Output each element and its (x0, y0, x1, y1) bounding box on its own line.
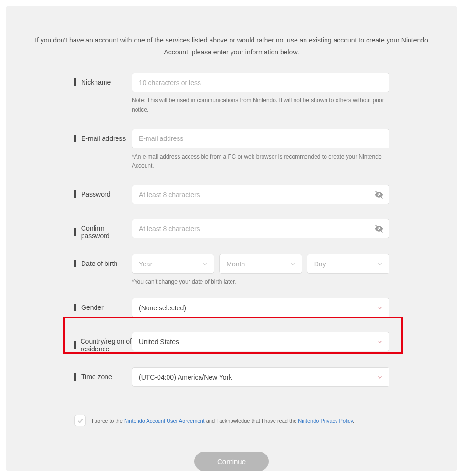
chevron-down-icon (289, 261, 296, 267)
field-marker (74, 304, 76, 311)
field-marker (74, 260, 76, 267)
nickname-row: Nickname Note: This will be used in comm… (6, 73, 457, 114)
password-label: Password (81, 190, 110, 198)
email-row: E-mail address *An e-mail address access… (6, 129, 457, 170)
confirm-password-label: Confirm password (81, 224, 132, 240)
dob-label: Date of birth (81, 260, 117, 267)
nickname-input[interactable] (132, 73, 389, 92)
chevron-down-icon (201, 261, 208, 267)
gender-label: Gender (81, 304, 104, 311)
eye-off-icon[interactable] (374, 190, 384, 200)
gender-select[interactable]: (None selected) (132, 298, 389, 317)
gender-row: Gender (None selected) (6, 298, 457, 317)
dob-note: *You can't change your date of birth lat… (132, 277, 389, 286)
country-select[interactable]: United States (132, 332, 389, 351)
timezone-select[interactable]: (UTC-04:00) America/New York (132, 367, 389, 387)
chevron-down-icon (377, 305, 383, 311)
nickname-label: Nickname (81, 78, 111, 86)
email-input[interactable] (132, 129, 389, 148)
dob-day-select[interactable]: Day (307, 254, 389, 274)
nickname-note: Note: This will be used in communication… (132, 96, 389, 114)
confirm-password-input[interactable] (132, 219, 389, 238)
agree-checkbox[interactable] (74, 415, 86, 426)
field-marker (74, 341, 76, 349)
country-label: Country/region of residence (81, 338, 132, 353)
agree-text: I agree to the Nintendo Account User Agr… (92, 418, 354, 423)
confirm-password-row: Confirm password (6, 219, 457, 240)
field-marker (74, 373, 76, 381)
user-agreement-link[interactable]: Nintendo Account User Agreement (124, 418, 205, 423)
eye-off-icon[interactable] (374, 224, 384, 233)
email-note: *An e-mail address accessible from a PC … (132, 152, 389, 170)
continue-button[interactable]: Continue (194, 452, 269, 471)
field-marker (74, 228, 76, 236)
field-marker (74, 190, 76, 198)
privacy-policy-link[interactable]: Nintendo Privacy Policy (298, 418, 353, 423)
chevron-down-icon (377, 338, 383, 345)
intro-text: If you don't have an account with one of… (6, 6, 457, 58)
timezone-label: Time zone (81, 373, 112, 381)
agree-row: I agree to the Nintendo Account User Agr… (74, 403, 389, 438)
dob-month-select[interactable]: Month (219, 254, 302, 274)
field-marker (74, 135, 76, 142)
dob-year-select[interactable]: Year (132, 254, 214, 274)
chevron-down-icon (377, 261, 383, 267)
password-row: Password (6, 185, 457, 204)
dob-row: Date of birth Year Month Day (6, 254, 457, 286)
country-row: Country/region of residence United State… (6, 332, 457, 353)
email-label: E-mail address (81, 135, 126, 142)
timezone-row: Time zone (UTC-04:00) America/New York (6, 367, 457, 387)
field-marker (74, 78, 76, 86)
password-input[interactable] (132, 185, 389, 204)
chevron-down-icon (377, 374, 383, 381)
